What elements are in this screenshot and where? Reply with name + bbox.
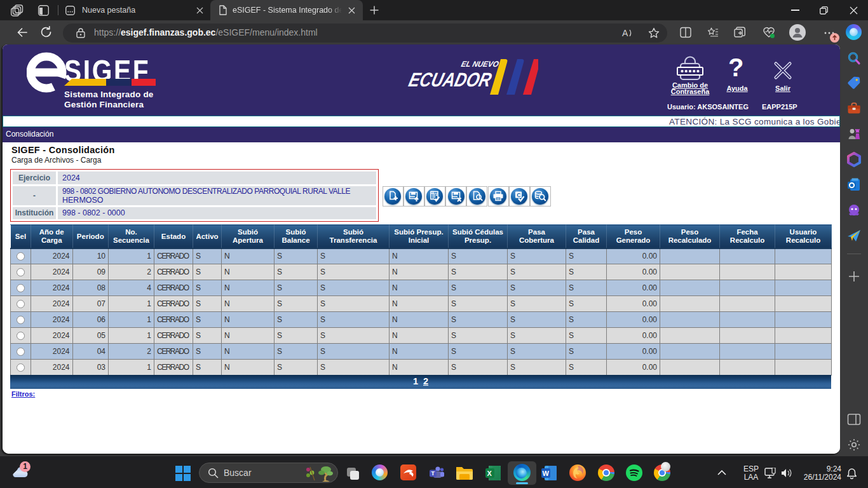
svg-text:T: T — [431, 470, 435, 477]
svg-text:C: C — [517, 192, 521, 198]
svg-text:W: W — [543, 470, 550, 477]
svg-text:A: A — [622, 28, 628, 38]
svg-text:X: X — [487, 470, 492, 477]
